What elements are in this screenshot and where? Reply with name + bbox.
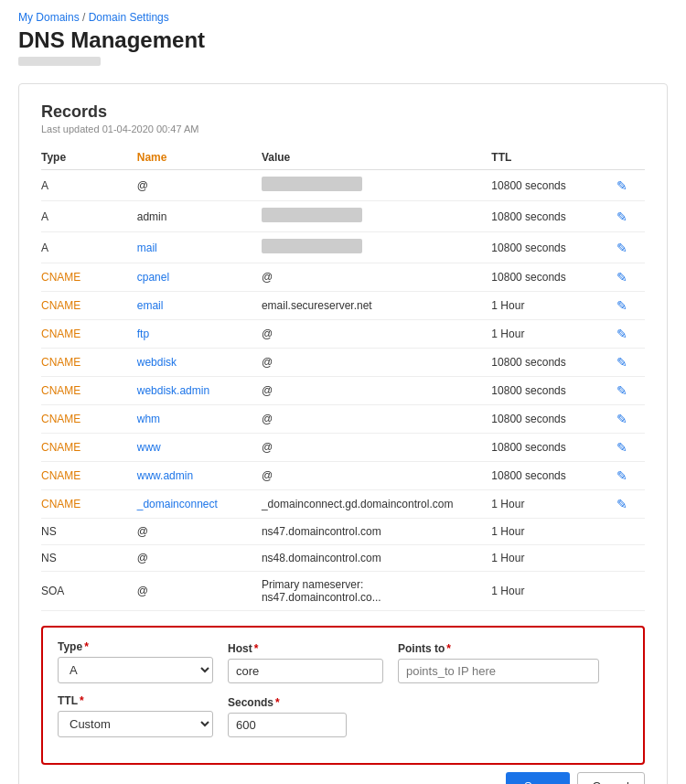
cell-ttl: 1 Hour <box>491 490 616 519</box>
cell-edit: ✎ <box>616 462 645 490</box>
cell-name: @ <box>137 572 262 611</box>
cell-value: @ <box>262 349 491 377</box>
cell-name: email <box>137 292 262 320</box>
form-group-host: Host* <box>228 642 383 683</box>
cell-edit: ✎ <box>616 263 645 292</box>
cell-value: @ <box>262 377 491 405</box>
edit-icon[interactable]: ✎ <box>616 497 627 511</box>
blurred-value <box>262 239 362 253</box>
points-label: Points to* <box>398 642 599 655</box>
cell-value <box>262 170 491 201</box>
dns-records-table: Type Name Value TTL A@10800 seconds✎Aadm… <box>41 145 645 611</box>
table-row: CNAME_domainconnect_domainconnect.gd.dom… <box>41 490 645 519</box>
edit-icon[interactable]: ✎ <box>616 412 627 426</box>
cell-value: @ <box>262 462 491 490</box>
cell-edit <box>616 572 645 611</box>
cell-type: CNAME <box>41 405 137 434</box>
cell-ttl: 10800 seconds <box>491 263 616 292</box>
seconds-input[interactable] <box>228 713 347 737</box>
points-input[interactable] <box>398 659 599 683</box>
cell-edit <box>616 519 645 545</box>
cell-type: CNAME <box>41 263 137 292</box>
table-row: CNAMEwww@10800 seconds✎ <box>41 434 645 462</box>
cell-edit: ✎ <box>616 170 645 201</box>
cell-edit: ✎ <box>616 349 645 377</box>
type-select[interactable]: AAAAACNAMEMXNSSRVTXT <box>58 657 213 683</box>
table-row: CNAMEwebdisk.admin@10800 seconds✎ <box>41 377 645 405</box>
save-button[interactable]: Save <box>506 772 570 784</box>
domain-name-blurred <box>18 57 101 66</box>
cell-ttl: 10800 seconds <box>491 462 616 490</box>
breadcrumb-domain-settings[interactable]: Domain Settings <box>89 11 169 24</box>
edit-icon[interactable]: ✎ <box>616 383 627 398</box>
form-row-1: Type* AAAAACNAMEMXNSSRVTXT Host* Points … <box>58 640 628 683</box>
edit-icon[interactable]: ✎ <box>616 440 627 455</box>
cell-type: CNAME <box>41 434 137 462</box>
cell-type: CNAME <box>41 320 137 349</box>
cell-value: ns48.domaincontrol.com <box>262 545 491 572</box>
breadcrumb-my-domains[interactable]: My Domains <box>18 11 80 24</box>
cell-ttl: 1 Hour <box>491 572 616 611</box>
cell-value: Primary nameserver: ns47.domaincontrol.c… <box>262 572 491 611</box>
edit-icon[interactable]: ✎ <box>616 355 627 370</box>
cell-name: webdisk.admin <box>137 377 262 405</box>
ttl-select[interactable]: Custom1/2 Hour1 Hour2 Hours6 Hours12 Hou… <box>58 711 213 737</box>
cell-value: ns47.domaincontrol.com <box>262 519 491 545</box>
cell-value <box>262 232 491 263</box>
cell-value: _domainconnect.gd.domaincontrol.com <box>262 490 491 519</box>
cell-ttl: 10800 seconds <box>491 201 616 232</box>
records-title: Records <box>41 102 645 122</box>
cell-type: CNAME <box>41 377 137 405</box>
cell-value: @ <box>262 434 491 462</box>
cell-type: NS <box>41 545 137 572</box>
edit-icon[interactable]: ✎ <box>616 270 627 285</box>
host-label: Host* <box>228 642 383 655</box>
table-row: NS@ns48.domaincontrol.com1 Hour <box>41 545 645 572</box>
form-group-ttl: TTL* Custom1/2 Hour1 Hour2 Hours6 Hours1… <box>58 694 213 737</box>
add-record-form: Type* AAAAACNAMEMXNSSRVTXT Host* Points … <box>41 626 645 765</box>
cell-ttl: 1 Hour <box>491 320 616 349</box>
cell-name: www.admin <box>137 462 262 490</box>
cell-name: admin <box>137 201 262 232</box>
cell-ttl: 10800 seconds <box>491 232 616 263</box>
cell-name: whm <box>137 405 262 434</box>
table-row: CNAMEcpanel@10800 seconds✎ <box>41 263 645 292</box>
form-group-seconds: Seconds* <box>228 696 347 737</box>
cell-edit: ✎ <box>616 490 645 519</box>
col-header-value: Value <box>262 145 491 170</box>
cell-type: CNAME <box>41 490 137 519</box>
cell-value <box>262 201 491 232</box>
cancel-button[interactable]: Cancel <box>577 772 645 784</box>
table-row: SOA@Primary nameserver: ns47.domaincontr… <box>41 572 645 611</box>
cell-name: @ <box>137 519 262 545</box>
cell-name: ftp <box>137 320 262 349</box>
table-row: Amail10800 seconds✎ <box>41 232 645 263</box>
edit-icon[interactable]: ✎ <box>616 327 627 341</box>
cell-type: A <box>41 170 137 201</box>
cell-ttl: 1 Hour <box>491 292 616 320</box>
cell-ttl: 10800 seconds <box>491 377 616 405</box>
cell-value: @ <box>262 263 491 292</box>
edit-icon[interactable]: ✎ <box>616 209 627 224</box>
host-input[interactable] <box>228 659 383 683</box>
cell-name: cpanel <box>137 263 262 292</box>
edit-icon[interactable]: ✎ <box>616 178 627 193</box>
page-title: DNS Management <box>18 27 668 53</box>
table-row: Aadmin10800 seconds✎ <box>41 201 645 232</box>
cell-ttl: 1 Hour <box>491 545 616 572</box>
edit-icon[interactable]: ✎ <box>616 241 627 255</box>
table-row: CNAMEwhm@10800 seconds✎ <box>41 405 645 434</box>
cell-ttl: 1 Hour <box>491 519 616 545</box>
form-group-points: Points to* <box>398 642 599 683</box>
edit-icon[interactable]: ✎ <box>616 298 627 313</box>
col-header-ttl: TTL <box>491 145 616 170</box>
breadcrumb: My Domains / Domain Settings <box>18 11 668 24</box>
blurred-value <box>262 177 362 191</box>
cell-edit: ✎ <box>616 377 645 405</box>
edit-icon[interactable]: ✎ <box>616 468 627 483</box>
cell-value: @ <box>262 320 491 349</box>
cell-edit <box>616 545 645 572</box>
breadcrumb-separator: / <box>82 11 89 24</box>
cell-ttl: 10800 seconds <box>491 349 616 377</box>
blurred-value <box>262 208 362 222</box>
